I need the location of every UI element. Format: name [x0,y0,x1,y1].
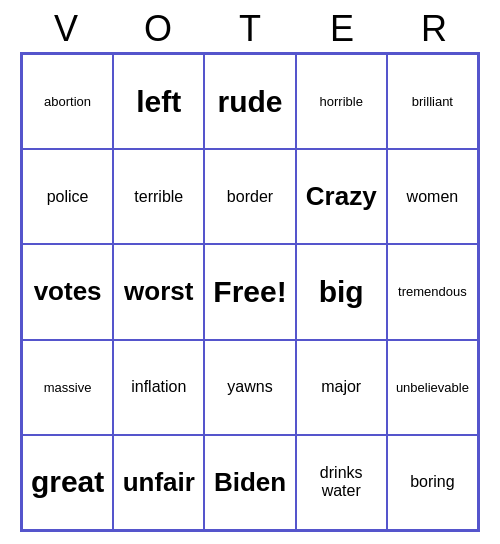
bingo-cell: rude [204,54,295,149]
bingo-cell: great [22,435,113,530]
bingo-cell: terrible [113,149,204,244]
cell-text: left [136,85,181,119]
cell-text: rude [217,85,282,119]
bingo-cell: inflation [113,340,204,435]
bingo-cell: big [296,244,387,339]
bingo-cell: tremendous [387,244,478,339]
bingo-cell: left [113,54,204,149]
cell-text: unbelievable [396,380,469,395]
cell-text: unfair [123,467,195,498]
bingo-cell: worst [113,244,204,339]
header-letter: O [112,8,204,50]
bingo-cell: Free! [204,244,295,339]
bingo-cell: drinks water [296,435,387,530]
header-letter: E [296,8,388,50]
cell-text: brilliant [412,94,453,109]
cell-text: drinks water [301,464,382,500]
cell-text: inflation [131,378,186,396]
header-letter: V [20,8,112,50]
bingo-cell: Crazy [296,149,387,244]
bingo-cell: police [22,149,113,244]
cell-text: terrible [134,188,183,206]
cell-text: police [47,188,89,206]
bingo-header: VOTER [20,8,480,50]
cell-text: Crazy [306,181,377,212]
cell-text: votes [34,276,102,307]
cell-text: massive [44,380,92,395]
cell-text: big [319,275,364,309]
header-letter: R [388,8,480,50]
bingo-cell: unbelievable [387,340,478,435]
bingo-cell: border [204,149,295,244]
cell-text: horrible [320,94,363,109]
cell-text: boring [410,473,454,491]
bingo-cell: boring [387,435,478,530]
cell-text: Free! [213,275,286,309]
bingo-cell: horrible [296,54,387,149]
bingo-cell: votes [22,244,113,339]
cell-text: great [31,465,104,499]
cell-text: abortion [44,94,91,109]
bingo-cell: women [387,149,478,244]
bingo-cell: Biden [204,435,295,530]
cell-text: tremendous [398,284,467,299]
bingo-cell: abortion [22,54,113,149]
cell-text: border [227,188,273,206]
cell-text: worst [124,276,193,307]
cell-text: major [321,378,361,396]
bingo-cell: brilliant [387,54,478,149]
cell-text: Biden [214,467,286,498]
bingo-cell: unfair [113,435,204,530]
cell-text: yawns [227,378,272,396]
bingo-cell: yawns [204,340,295,435]
header-letter: T [204,8,296,50]
bingo-grid: abortionleftrudehorriblebrilliantpolicet… [20,52,480,532]
cell-text: women [407,188,459,206]
bingo-cell: major [296,340,387,435]
bingo-cell: massive [22,340,113,435]
